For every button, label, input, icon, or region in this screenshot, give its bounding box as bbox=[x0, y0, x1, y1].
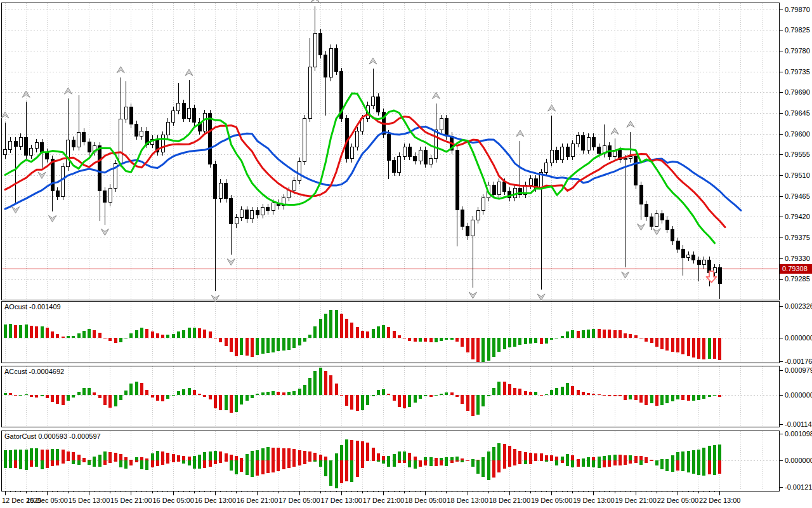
price-axis-label: 0.79870 bbox=[785, 6, 810, 14]
time-axis-label: 22 Dec 05:00 bbox=[657, 497, 698, 505]
price-axis-label: 0.79780 bbox=[785, 47, 810, 55]
indicator-axis-label: 0.001098 bbox=[785, 430, 812, 438]
indicator-axis-label: 0.002326 bbox=[785, 302, 812, 311]
indicator-axis-label: 0.0009790 bbox=[785, 366, 812, 375]
price-axis-label: 0.79420 bbox=[785, 213, 810, 221]
time-axis-label: 18 Dec 21:00 bbox=[489, 497, 530, 505]
time-axis-label: 18 Dec 13:00 bbox=[447, 497, 488, 505]
trading-chart-window: AOcust -0.001409 ACcust -0.0004692 Gator… bbox=[0, 0, 812, 508]
gator-indicator-label: GatorCust 0.000593 -0.000597 bbox=[4, 432, 101, 440]
time-axis-label: 19 Dec 05:00 bbox=[531, 497, 572, 505]
time-axis-label: 19 Dec 13:00 bbox=[573, 497, 614, 505]
price-axis-label: 0.79555 bbox=[785, 150, 810, 159]
time-axis-label: 17 Dec 13:00 bbox=[321, 497, 362, 505]
indicator-axis-label: 0.0000000 bbox=[785, 391, 812, 399]
ao-indicator-label: AOcust -0.001409 bbox=[4, 303, 61, 311]
time-axis-label: 16 Dec 05:00 bbox=[152, 497, 193, 505]
fractal-up-icon bbox=[311, 0, 319, 2]
chart-canvas[interactable] bbox=[0, 0, 812, 508]
time-axis-label: 15 Dec 21:00 bbox=[110, 497, 152, 505]
time-axis-label: 17 Dec 21:00 bbox=[363, 497, 404, 505]
time-axis-label: 22 Dec 13:00 bbox=[699, 497, 740, 505]
time-axis-label: 16 Dec 13:00 bbox=[195, 497, 236, 505]
time-axis-label: 19 Dec 21:00 bbox=[615, 497, 656, 505]
time-axis-label: 15 Dec 05:00 bbox=[27, 497, 68, 505]
time-axis-label: 18 Dec 05:00 bbox=[405, 497, 446, 505]
time-axis-label: 16 Dec 21:00 bbox=[237, 497, 278, 505]
ac-indicator-label: ACcust -0.0004692 bbox=[4, 368, 64, 375]
price-axis-label: 0.79690 bbox=[785, 88, 810, 97]
price-axis-label: 0.79510 bbox=[785, 171, 810, 180]
price-axis-label: 0.79375 bbox=[785, 234, 810, 242]
indicator-axis-label: 0.000000 bbox=[785, 334, 812, 342]
price-axis-label: 0.79645 bbox=[785, 109, 810, 117]
indicator-axis-label: -0.001764 bbox=[785, 358, 812, 366]
indicator-axis-label: 0.000000 bbox=[785, 457, 812, 465]
price-axis-label: 0.79465 bbox=[785, 192, 810, 201]
bid-price-badge: 0.79308 bbox=[780, 264, 812, 274]
price-axis-label: 0.79735 bbox=[785, 68, 810, 76]
price-axis-label: 0.79600 bbox=[785, 130, 810, 138]
price-axis-label: 0.79330 bbox=[785, 255, 810, 263]
price-axis-label: 0.79825 bbox=[785, 26, 810, 34]
time-axis-label: 15 Dec 13:00 bbox=[69, 497, 110, 505]
time-axis-label: 17 Dec 05:00 bbox=[278, 497, 320, 505]
indicator-axis-label: -0.0011420 bbox=[785, 420, 812, 429]
price-axis-label: 0.79285 bbox=[785, 275, 810, 283]
indicator-axis-label: -0.001217 bbox=[785, 483, 812, 491]
